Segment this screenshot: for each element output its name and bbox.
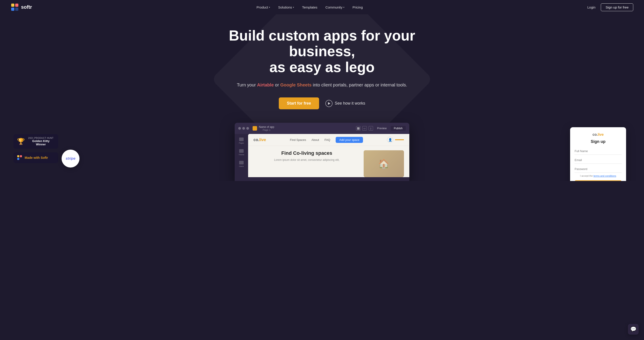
svg-rect-2 [11, 8, 14, 11]
app-content: 🏠 Find Co-living spaces Lorem ipsum dolo… [248, 146, 409, 166]
signup-button[interactable]: Sign up for free [601, 3, 633, 11]
signup-card: co.live Sign up I accept the terms and c… [570, 127, 626, 181]
fullname-input[interactable] [574, 148, 622, 155]
nav-solutions[interactable]: Solutions ▾ [278, 6, 294, 9]
app-slider [395, 139, 404, 140]
app-window: Name of app Page 1 ⬜ ▭ ▯ Preview Publish [235, 123, 409, 181]
hero-cta: Start for free See how it works [4, 98, 640, 109]
app-nav-icons: 👤 [387, 137, 404, 143]
chat-fab-button[interactable]: 💬 [628, 324, 639, 334]
mobile-view-icon[interactable]: ▯ [368, 126, 373, 130]
password-input[interactable] [574, 166, 622, 173]
nav-product[interactable]: Product ▾ [256, 6, 270, 9]
google-sheets-link[interactable]: Google Sheets [280, 82, 312, 87]
chat-icon: 💬 [630, 326, 636, 332]
app-user-icon[interactable]: 👤 [387, 137, 393, 143]
signup-card-brand: co.live [574, 132, 622, 137]
svg-rect-6 [17, 158, 19, 160]
terms-link[interactable]: terms and conditions [594, 174, 616, 177]
app-nav-about[interactable]: About [312, 138, 319, 142]
dot-close [238, 127, 241, 130]
hero-content: Build custom apps for your business, as … [4, 28, 640, 109]
see-how-it-works-button[interactable]: See how it works [325, 100, 365, 107]
play-circle-icon [325, 100, 332, 107]
navbar: softr Product ▾ Solutions ▾ Templates Co… [0, 0, 644, 14]
sidebar-item-theme[interactable]: Theme [238, 149, 245, 156]
theme-icon [239, 149, 244, 153]
app-navbar: co.live Find Spaces About FAQ Add your s… [248, 134, 409, 146]
signup-card-title: Sign up [574, 139, 622, 144]
solutions-chevron-icon: ▾ [293, 6, 294, 8]
app-nav-add-space-button[interactable]: Add your space [336, 137, 363, 143]
stripe-text: stripe [66, 156, 76, 160]
left-badges: 🏆 2021 PRODUCT HUNT Golden Kitty Winner … [14, 134, 58, 163]
login-link[interactable]: Login [587, 6, 596, 9]
nav-actions: Login Sign up for free [587, 3, 633, 11]
window-app-info: Name of app Page 1 [252, 126, 274, 131]
golden-kitty-badge: 🏆 2021 PRODUCT HUNT Golden Kitty Winner [14, 134, 58, 149]
stripe-badge: stripe [62, 150, 80, 168]
window-titlebar: Name of app Page 1 ⬜ ▭ ▯ Preview Publish [235, 123, 409, 134]
nav-logo[interactable]: softr [11, 3, 32, 11]
email-input[interactable] [574, 156, 622, 164]
community-chevron-icon: ▾ [343, 6, 344, 8]
made-with-text: Made with Softr [25, 156, 48, 160]
desktop-view-icon[interactable]: ⬜ [356, 126, 360, 130]
window-app-name: Name of app [259, 126, 274, 128]
pages-icon [239, 138, 244, 141]
window-dots [238, 127, 249, 130]
product-chevron-icon: ▾ [269, 6, 270, 8]
play-triangle-icon [328, 102, 330, 105]
logo-icon [11, 3, 19, 11]
app-nav-find-spaces[interactable]: Find Spaces [290, 138, 306, 142]
window-app-page: Page 1 [259, 128, 274, 131]
app-nav-faq[interactable]: FAQ [324, 138, 330, 142]
dot-minimize [242, 127, 245, 130]
svg-rect-3 [15, 8, 18, 11]
preview-area: 🏆 2021 PRODUCT HUNT Golden Kitty Winner … [4, 123, 640, 181]
start-for-free-button[interactable]: Start for free [279, 98, 319, 109]
softr-mini-logo-icon [17, 155, 22, 160]
tablet-view-icon[interactable]: ▭ [362, 126, 367, 130]
hero-title: Build custom apps for your business, as … [221, 28, 423, 75]
sidebar-item-pages[interactable]: Pages [238, 138, 245, 145]
airtable-link[interactable]: Airtable [257, 82, 274, 87]
preview-button[interactable]: Preview [375, 126, 389, 130]
nav-links: Product ▾ Solutions ▾ Templates Communit… [256, 6, 363, 9]
made-with-badge: Made with Softr [14, 152, 58, 163]
svg-rect-1 [15, 4, 18, 7]
publish-button[interactable]: Publish [391, 126, 406, 131]
nav-templates[interactable]: Templates [302, 6, 317, 9]
image-overlay: 🏠 [364, 150, 404, 177]
svg-rect-0 [11, 4, 14, 7]
window-main: co.live Find Spaces About FAQ Add your s… [248, 134, 409, 177]
app-content-image: 🏠 [364, 150, 404, 177]
create-account-button[interactable]: Create account [574, 180, 622, 181]
signup-terms: I accept the terms and conditions [574, 174, 622, 177]
app-brand: co.live [254, 138, 266, 142]
hero-section: Build custom apps for your business, as … [0, 14, 644, 181]
window-app-icon [252, 126, 257, 130]
hero-subtitle: Turn your Airtable or Google Sheets into… [4, 81, 640, 88]
nav-pricing[interactable]: Pricing [352, 6, 363, 9]
dot-maximize [246, 127, 249, 130]
app-nav-links: Find Spaces About FAQ Add your space [290, 137, 363, 143]
logo-text: softr [21, 4, 32, 10]
window-toolbar: ⬜ ▭ ▯ Preview Publish [356, 126, 406, 131]
nav-community[interactable]: Community ▾ [325, 6, 344, 9]
window-sidebar: Pages Theme Users [235, 134, 248, 177]
users-icon [239, 161, 244, 164]
trophy-icon: 🏆 [17, 138, 25, 145]
sidebar-item-users[interactable]: Users [238, 161, 245, 168]
svg-rect-4 [17, 155, 19, 157]
svg-rect-5 [20, 155, 22, 157]
window-body: Pages Theme Users co.live [235, 134, 409, 177]
